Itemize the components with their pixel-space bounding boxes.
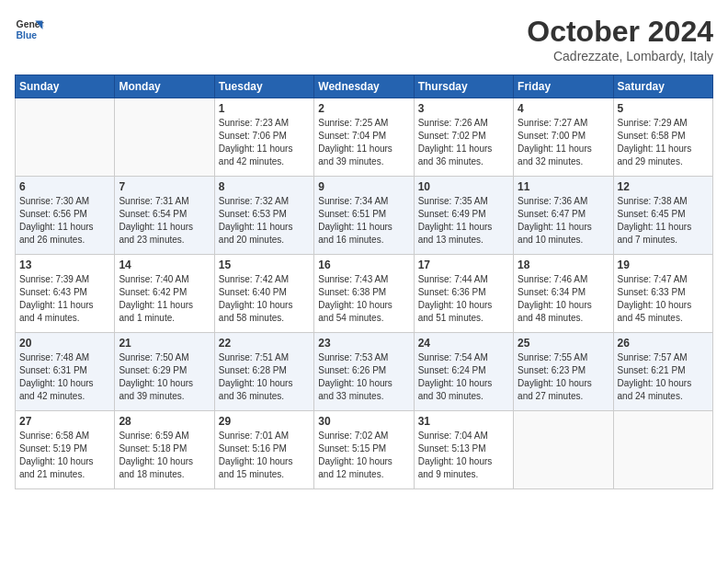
day-number: 26 [618,337,709,350]
day-info: Sunrise: 6:59 AM Sunset: 5:18 PM Dayligh… [119,430,210,481]
day-number: 5 [618,102,709,115]
day-number: 6 [19,180,110,193]
day-cell: 15Sunrise: 7:42 AM Sunset: 6:40 PM Dayli… [214,255,313,333]
week-row-3: 13Sunrise: 7:39 AM Sunset: 6:43 PM Dayli… [16,255,713,333]
logo-icon: General Blue [15,15,44,44]
day-number: 31 [418,415,509,428]
day-cell: 24Sunrise: 7:54 AM Sunset: 6:24 PM Dayli… [414,333,513,411]
day-cell: 19Sunrise: 7:47 AM Sunset: 6:33 PM Dayli… [613,255,712,333]
day-number: 14 [119,259,210,271]
day-cell: 17Sunrise: 7:44 AM Sunset: 6:36 PM Dayli… [414,255,513,333]
day-info: Sunrise: 7:54 AM Sunset: 6:24 PM Dayligh… [418,351,509,403]
calendar-table: SundayMondayTuesdayWednesdayThursdayFrid… [15,75,713,489]
weekday-wednesday: Wednesday [314,75,414,98]
day-info: Sunrise: 7:43 AM Sunset: 6:38 PM Dayligh… [318,273,409,325]
day-number: 23 [318,337,409,350]
day-number: 25 [518,337,609,350]
weekday-sunday: Sunday [16,75,115,98]
day-number: 30 [318,415,409,428]
day-info: Sunrise: 7:38 AM Sunset: 6:45 PM Dayligh… [618,195,709,247]
day-info: Sunrise: 7:31 AM Sunset: 6:54 PM Dayligh… [119,195,210,247]
day-number: 24 [418,337,509,350]
day-cell: 2Sunrise: 7:25 AM Sunset: 7:04 PM Daylig… [314,98,414,177]
calendar-body: 1Sunrise: 7:23 AM Sunset: 7:06 PM Daylig… [16,98,713,489]
day-number: 16 [318,259,409,271]
day-cell: 30Sunrise: 7:02 AM Sunset: 5:15 PM Dayli… [314,411,414,489]
day-cell [16,98,115,177]
day-number: 29 [219,415,310,428]
day-info: Sunrise: 7:25 AM Sunset: 7:04 PM Dayligh… [318,117,409,168]
day-number: 21 [119,337,210,350]
day-number: 8 [219,180,310,193]
location: Cadrezzate, Lombardy, Italy [527,49,713,63]
title-block: October 2024 Cadrezzate, Lombardy, Italy [527,15,713,63]
day-cell [115,98,214,177]
day-info: Sunrise: 7:42 AM Sunset: 6:40 PM Dayligh… [219,273,310,325]
day-cell: 28Sunrise: 6:59 AM Sunset: 5:18 PM Dayli… [115,411,214,489]
day-info: Sunrise: 7:29 AM Sunset: 6:58 PM Dayligh… [618,117,709,168]
day-cell: 27Sunrise: 6:58 AM Sunset: 5:19 PM Dayli… [16,411,115,489]
day-info: Sunrise: 7:48 AM Sunset: 6:31 PM Dayligh… [19,351,110,403]
day-cell: 4Sunrise: 7:27 AM Sunset: 7:00 PM Daylig… [514,98,613,177]
day-number: 4 [518,102,609,115]
day-cell: 11Sunrise: 7:36 AM Sunset: 6:47 PM Dayli… [514,177,613,255]
day-cell: 12Sunrise: 7:38 AM Sunset: 6:45 PM Dayli… [613,177,712,255]
month-title: October 2024 [527,15,713,49]
week-row-2: 6Sunrise: 7:30 AM Sunset: 6:56 PM Daylig… [16,177,713,255]
day-info: Sunrise: 7:30 AM Sunset: 6:56 PM Dayligh… [19,195,110,247]
day-info: Sunrise: 7:27 AM Sunset: 7:00 PM Dayligh… [518,117,609,168]
day-info: Sunrise: 7:51 AM Sunset: 6:28 PM Dayligh… [219,351,310,403]
day-info: Sunrise: 7:47 AM Sunset: 6:33 PM Dayligh… [618,273,709,325]
day-cell: 16Sunrise: 7:43 AM Sunset: 6:38 PM Dayli… [314,255,414,333]
day-cell [514,411,613,489]
day-cell: 20Sunrise: 7:48 AM Sunset: 6:31 PM Dayli… [16,333,115,411]
day-number: 28 [119,415,210,428]
day-number: 18 [518,259,609,271]
day-number: 22 [219,337,310,350]
day-info: Sunrise: 7:57 AM Sunset: 6:21 PM Dayligh… [618,351,709,403]
page-header: General Blue October 2024 Cadrezzate, Lo… [15,15,713,63]
day-info: Sunrise: 6:58 AM Sunset: 5:19 PM Dayligh… [19,430,110,481]
day-cell: 5Sunrise: 7:29 AM Sunset: 6:58 PM Daylig… [613,98,712,177]
day-info: Sunrise: 7:46 AM Sunset: 6:34 PM Dayligh… [518,273,609,325]
weekday-monday: Monday [115,75,214,98]
day-info: Sunrise: 7:32 AM Sunset: 6:53 PM Dayligh… [219,195,310,247]
weekday-saturday: Saturday [613,75,712,98]
day-number: 13 [19,259,110,271]
day-cell: 22Sunrise: 7:51 AM Sunset: 6:28 PM Dayli… [214,333,313,411]
day-number: 12 [618,180,709,193]
day-cell: 7Sunrise: 7:31 AM Sunset: 6:54 PM Daylig… [115,177,214,255]
day-number: 1 [219,102,310,115]
day-info: Sunrise: 7:40 AM Sunset: 6:42 PM Dayligh… [119,273,210,325]
day-number: 7 [119,180,210,193]
day-cell: 13Sunrise: 7:39 AM Sunset: 6:43 PM Dayli… [16,255,115,333]
day-info: Sunrise: 7:36 AM Sunset: 6:47 PM Dayligh… [518,195,609,247]
day-info: Sunrise: 7:44 AM Sunset: 6:36 PM Dayligh… [418,273,509,325]
day-number: 17 [418,259,509,271]
svg-text:Blue: Blue [17,30,38,40]
day-cell: 18Sunrise: 7:46 AM Sunset: 6:34 PM Dayli… [514,255,613,333]
day-info: Sunrise: 7:53 AM Sunset: 6:26 PM Dayligh… [318,351,409,403]
day-number: 11 [518,180,609,193]
day-info: Sunrise: 7:04 AM Sunset: 5:13 PM Dayligh… [418,430,509,481]
day-info: Sunrise: 7:02 AM Sunset: 5:15 PM Dayligh… [318,430,409,481]
day-info: Sunrise: 7:35 AM Sunset: 6:49 PM Dayligh… [418,195,509,247]
day-info: Sunrise: 7:34 AM Sunset: 6:51 PM Dayligh… [318,195,409,247]
weekday-tuesday: Tuesday [214,75,313,98]
week-row-1: 1Sunrise: 7:23 AM Sunset: 7:06 PM Daylig… [16,98,713,177]
day-info: Sunrise: 7:01 AM Sunset: 5:16 PM Dayligh… [219,430,310,481]
day-cell: 29Sunrise: 7:01 AM Sunset: 5:16 PM Dayli… [214,411,313,489]
day-number: 20 [19,337,110,350]
day-cell: 21Sunrise: 7:50 AM Sunset: 6:29 PM Dayli… [115,333,214,411]
day-info: Sunrise: 7:55 AM Sunset: 6:23 PM Dayligh… [518,351,609,403]
day-cell: 26Sunrise: 7:57 AM Sunset: 6:21 PM Dayli… [613,333,712,411]
week-row-5: 27Sunrise: 6:58 AM Sunset: 5:19 PM Dayli… [16,411,713,489]
day-cell: 10Sunrise: 7:35 AM Sunset: 6:49 PM Dayli… [414,177,513,255]
day-number: 19 [618,259,709,271]
day-number: 3 [418,102,509,115]
day-cell [613,411,712,489]
day-number: 15 [219,259,310,271]
day-info: Sunrise: 7:26 AM Sunset: 7:02 PM Dayligh… [418,117,509,168]
day-cell: 9Sunrise: 7:34 AM Sunset: 6:51 PM Daylig… [314,177,414,255]
day-info: Sunrise: 7:23 AM Sunset: 7:06 PM Dayligh… [219,117,310,168]
